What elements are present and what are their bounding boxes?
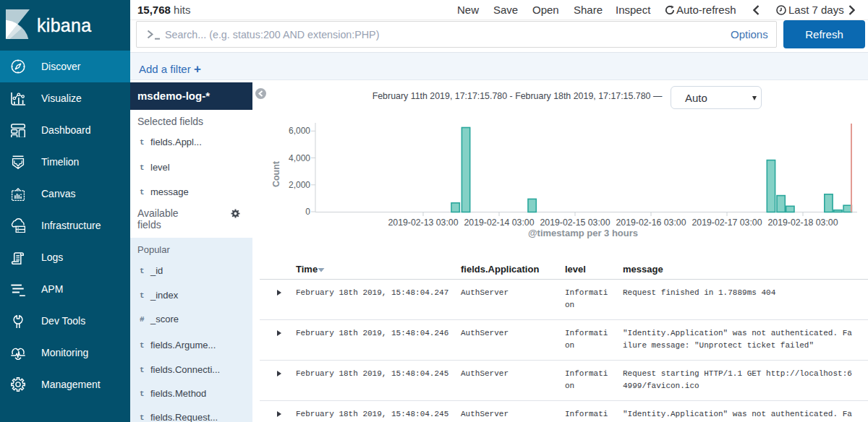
svg-text:Count: Count [271,160,281,187]
svg-text:2019-02-16 03:00: 2019-02-16 03:00 [616,218,686,228]
svg-text:2019-02-14 03:00: 2019-02-14 03:00 [464,218,534,228]
svg-text:@timestamp per 3 hours: @timestamp per 3 hours [528,228,638,238]
svg-text:2019-02-13 03:00: 2019-02-13 03:00 [388,218,458,228]
svg-text:0: 0 [305,207,310,217]
svg-text:4,000: 4,000 [289,153,310,163]
svg-text:2019-02-17 03:00: 2019-02-17 03:00 [692,218,762,228]
svg-text:6,000: 6,000 [289,126,310,136]
svg-text:2019-02-15 03:00: 2019-02-15 03:00 [540,218,610,228]
svg-text:2019-02-18 03:00: 2019-02-18 03:00 [767,218,838,228]
svg-text:2,000: 2,000 [289,180,310,190]
